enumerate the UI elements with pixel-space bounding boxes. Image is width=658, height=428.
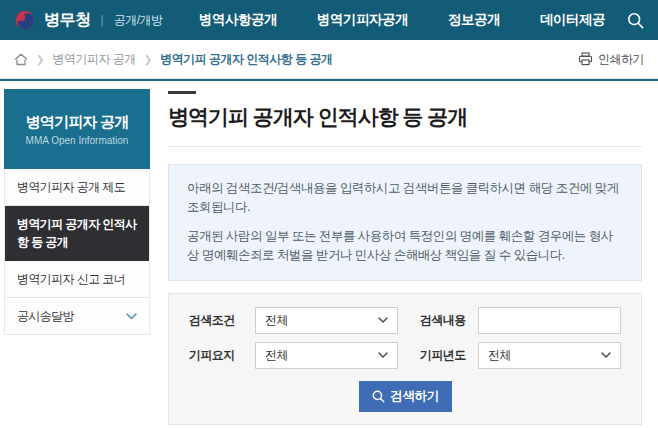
home-icon[interactable] xyxy=(14,53,28,66)
search-icon xyxy=(372,390,385,403)
chevron-down-icon xyxy=(378,352,388,358)
print-button[interactable]: 인쇄하기 xyxy=(578,51,644,68)
evasion-year-label: 기피년도 xyxy=(406,347,470,364)
evasion-year-value: 전체 xyxy=(488,347,511,364)
title-accent-dash xyxy=(168,91,196,94)
nav-item-data-provision[interactable]: 데이터제공 xyxy=(540,11,605,29)
evasion-summary-value: 전체 xyxy=(265,347,288,364)
search-form: 검색조건 전체 검색내용 기피요지 전체 기피년도 전체 xyxy=(168,293,642,425)
evasion-summary-label: 기피요지 xyxy=(189,347,247,364)
sidebar-item-label: 공시송달방 xyxy=(17,307,74,325)
top-header: 병무청 | 공개/개방 병역사항공개 병역기피자공개 정보공개 데이터제공 xyxy=(0,0,658,40)
sidebar-header: 병역기피자 공개 MMA Open Information xyxy=(4,89,150,169)
sidebar-menu: 병역기피자 공개 제도 병역기피 공개자 인적사항 등 공개 병역기피자 신고 … xyxy=(4,169,150,335)
search-keyword-input[interactable] xyxy=(478,307,621,334)
notice-line-2: 공개된 사람의 일부 또는 전부를 사용하여 특정인의 명예를 훼손할 경우에는… xyxy=(187,227,623,266)
breadcrumb-item-current: 병역기피 공개자 인적사항 등 공개 xyxy=(160,51,332,68)
sidebar-item-report-corner[interactable]: 병역기피자 신고 코너 xyxy=(5,261,149,298)
search-keyword-label: 검색내용 xyxy=(406,312,470,329)
sidebar-title: 병역기피자 공개 xyxy=(26,113,129,132)
search-button-label: 검색하기 xyxy=(391,388,439,405)
printer-icon xyxy=(578,52,593,66)
sidebar-item-disclosure-system[interactable]: 병역기피자 공개 제도 xyxy=(5,169,149,206)
breadcrumb-bar: ❯ 병역기피자 공개 ❯ 병역기피 공개자 인적사항 등 공개 인쇄하기 xyxy=(0,40,658,79)
nav-item-info-disclosure[interactable]: 정보공개 xyxy=(448,11,500,29)
breadcrumb-item-evader-disclosure[interactable]: 병역기피자 공개 xyxy=(52,51,135,68)
sidebar-item-label: 병역기피 공개자 인적사항 등 공개 xyxy=(17,215,137,251)
chevron-down-icon xyxy=(601,352,611,358)
search-condition-value: 전체 xyxy=(265,312,288,329)
main-content: 병역기피 공개자 인적사항 등 공개 아래의 검색조건/검색내용을 입력하시고 … xyxy=(150,89,646,428)
sidebar-item-personal-info-disclosure[interactable]: 병역기피 공개자 인적사항 등 공개 xyxy=(5,206,149,261)
page-title: 병역기피 공개자 인적사항 등 공개 xyxy=(168,103,642,131)
mma-logo-icon xyxy=(14,9,36,31)
print-label: 인쇄하기 xyxy=(598,51,644,68)
evasion-summary-select[interactable]: 전체 xyxy=(255,342,398,369)
nav-item-evader-disclosure[interactable]: 병역기피자공개 xyxy=(317,11,408,29)
sidebar-item-label: 병역기피자 신고 코너 xyxy=(17,270,125,288)
logo-subtitle: 공개/개방 xyxy=(114,12,163,29)
sidebar-subtitle: MMA Open Information xyxy=(26,135,129,146)
chevron-down-icon xyxy=(126,313,137,320)
sidebar: 병역기피자 공개 MMA Open Information 병역기피자 공개 제… xyxy=(4,89,150,428)
sidebar-item-label: 병역기피자 공개 제도 xyxy=(17,178,125,196)
breadcrumb-separator: ❯ xyxy=(36,54,44,65)
notice-line-1: 아래의 검색조건/검색내용을 입력하시고 검색버튼을 클릭하시면 해당 조건에 … xyxy=(187,179,623,218)
chevron-down-icon xyxy=(378,317,388,323)
notice-box: 아래의 검색조건/검색내용을 입력하시고 검색버튼을 클릭하시면 해당 조건에 … xyxy=(168,164,642,281)
main-nav: 병역사항공개 병역기피자공개 정보공개 데이터제공 xyxy=(199,11,605,29)
sidebar-item-public-notice[interactable]: 공시송달방 xyxy=(5,298,149,335)
search-condition-select[interactable]: 전체 xyxy=(255,307,398,334)
search-condition-label: 검색조건 xyxy=(189,312,247,329)
title-divider xyxy=(168,146,642,147)
evasion-year-select[interactable]: 전체 xyxy=(478,342,621,369)
nav-item-service-disclosure[interactable]: 병역사항공개 xyxy=(199,11,277,29)
logo-text: 병무청 xyxy=(44,10,91,31)
search-icon[interactable] xyxy=(627,12,644,29)
breadcrumb: ❯ 병역기피자 공개 ❯ 병역기피 공개자 인적사항 등 공개 xyxy=(14,51,332,68)
logo[interactable]: 병무청 | 공개/개방 xyxy=(14,9,162,31)
content-wrapper: 병역기피자 공개 MMA Open Information 병역기피자 공개 제… xyxy=(0,79,658,428)
breadcrumb-separator: ❯ xyxy=(144,54,152,65)
logo-divider: | xyxy=(101,13,104,27)
search-button[interactable]: 검색하기 xyxy=(359,381,452,412)
